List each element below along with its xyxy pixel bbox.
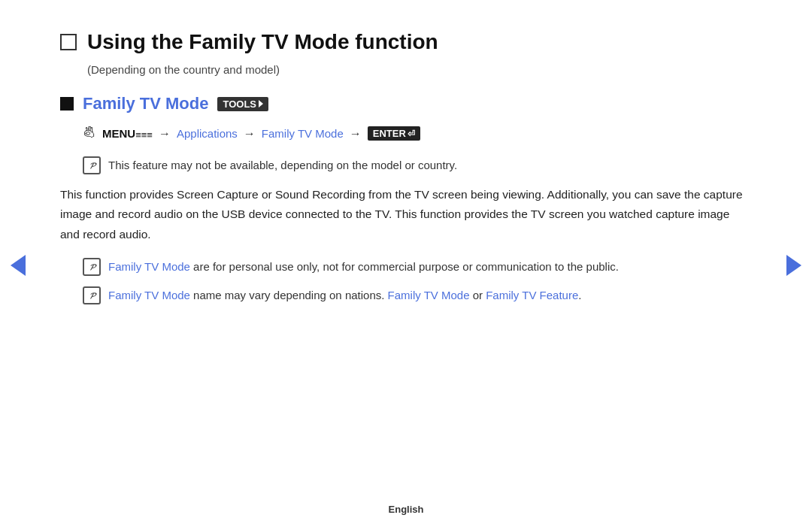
menu-arrow-1: → [159, 127, 171, 141]
checkbox-icon [60, 34, 77, 50]
nav-arrow-right[interactable] [783, 255, 804, 276]
subtitle: (Depending on the country and model) [87, 63, 752, 76]
footer-language: English [389, 504, 424, 515]
menu-arrow-3: → [350, 127, 362, 141]
note-text-2: Family TV Mode are for personal use only… [108, 258, 619, 276]
menu-family-tv-mode: Family TV Mode [262, 127, 344, 140]
enter-return-icon: ⏎ [408, 129, 415, 139]
tools-badge: TOOLS [217, 97, 268, 111]
section-heading: Family TV Mode TOOLS [60, 94, 752, 114]
note2-blue-prefix: Family TV Mode [108, 260, 190, 273]
menu-arrow-2: → [244, 127, 256, 141]
section-bullet-icon [60, 97, 74, 111]
menu-path: 🖏 MENU≡≡≡ → Applications → Family TV Mod… [83, 126, 752, 141]
footer: English [0, 504, 812, 515]
content-area: Using the Family TV Mode function (Depen… [60, 30, 752, 304]
page-container: Using the Family TV Mode function (Depen… [0, 0, 812, 530]
menu-label: MENU≡≡≡ [102, 127, 153, 141]
main-heading: Using the Family TV Mode function [60, 30, 752, 54]
note-icon-2: 𝓟 [83, 258, 101, 276]
enter-label: ENTER [373, 128, 406, 139]
note3-text2: or [470, 289, 486, 301]
note-text-1: This feature may not be available, depen… [108, 156, 457, 174]
note-icon-3: 𝓟 [83, 286, 101, 304]
note-text-3: Family TV Mode name may vary depending o… [108, 286, 581, 304]
note3-blue-middle: Family TV Mode [388, 289, 470, 301]
menu-hand-icon: 🖏 [83, 126, 96, 141]
section-title: Family TV Mode [83, 94, 208, 114]
tools-badge-arrow-icon [259, 100, 263, 108]
note3-text1: name may vary depending on nations. [190, 289, 388, 301]
note2-text: are for personal use only, not for comme… [190, 260, 619, 273]
tools-badge-label: TOOLS [223, 98, 256, 110]
note3-blue-prefix: Family TV Mode [108, 289, 190, 301]
enter-badge: ENTER⏎ [368, 126, 420, 141]
menu-applications: Applications [177, 127, 238, 140]
left-arrow-icon [11, 255, 26, 276]
right-arrow-icon [786, 255, 801, 276]
note-item-3: 𝓟 Family TV Mode name may vary depending… [83, 286, 752, 304]
note3-text3: . [578, 289, 581, 301]
nav-arrow-left[interactable] [8, 255, 29, 276]
body-paragraph: This function provides Screen Capture or… [60, 185, 752, 244]
note-icon-1: 𝓟 [83, 156, 101, 174]
page-title: Using the Family TV Mode function [87, 30, 438, 54]
note-item-1: 𝓟 This feature may not be available, dep… [83, 156, 752, 174]
note3-blue-end: Family TV Feature [486, 289, 578, 301]
note-item-2: 𝓟 Family TV Mode are for personal use on… [83, 258, 752, 276]
